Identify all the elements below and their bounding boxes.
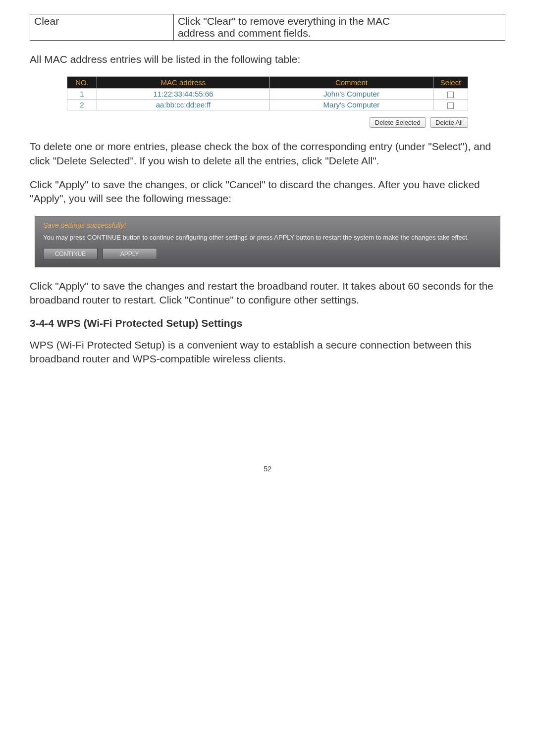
- cell-mac: 11:22:33:44:55:66: [97, 89, 270, 100]
- clear-label: Clear: [30, 14, 174, 41]
- section-heading-wps: 3-4-4 WPS (Wi-Fi Protected Setup) Settin…: [30, 317, 505, 329]
- clear-desc-line2: address and comment fields.: [178, 27, 311, 39]
- delete-all-button[interactable]: Delete All: [430, 117, 468, 128]
- cell-no: 1: [67, 89, 97, 100]
- continue-button[interactable]: CONTINUE: [43, 248, 98, 260]
- col-select: Select: [433, 77, 468, 89]
- cell-no: 2: [67, 100, 97, 110]
- col-comment: Comment: [269, 77, 433, 89]
- clear-info-table: Clear Click "Clear" to remove everything…: [30, 14, 505, 41]
- table-row: 1 11:22:33:44:55:66 John's Computer: [67, 89, 468, 100]
- apply-button[interactable]: APPLY: [103, 248, 157, 260]
- row-checkbox[interactable]: [447, 92, 454, 98]
- save-settings-title: Save settings successfully!: [43, 221, 492, 229]
- mac-address-table: NO. MAC address Comment Select 1 11:22:3…: [67, 76, 468, 110]
- clear-description: Click "Clear" to remove everything in th…: [174, 14, 505, 41]
- save-settings-body: You may press CONTINUE button to continu…: [43, 233, 492, 242]
- cell-comment: John's Computer: [269, 89, 433, 100]
- paragraph-apply: Click "Apply" to save the changes, or cl…: [30, 178, 505, 206]
- page-number: 52: [30, 465, 505, 473]
- table-row: 2 aa:bb:cc:dd:ee:ff Mary's Computer: [67, 100, 468, 110]
- col-no: NO.: [67, 77, 97, 89]
- delete-selected-button[interactable]: Delete Selected: [370, 117, 426, 128]
- save-settings-panel: Save settings successfully! You may pres…: [35, 216, 500, 267]
- paragraph-wps: WPS (Wi-Fi Protected Setup) is a conveni…: [30, 338, 505, 366]
- paragraph-delete: To delete one or more entries, please ch…: [30, 140, 505, 168]
- row-checkbox[interactable]: [447, 102, 454, 109]
- paragraph-restart: Click "Apply" to save the changes and re…: [30, 279, 505, 307]
- paragraph-intro: All MAC address entries will be listed i…: [30, 52, 505, 66]
- cell-mac: aa:bb:cc:dd:ee:ff: [97, 100, 270, 110]
- clear-desc-line1: Click "Clear" to remove everything in th…: [178, 15, 390, 27]
- col-mac: MAC address: [97, 77, 270, 89]
- cell-comment: Mary's Computer: [269, 100, 433, 110]
